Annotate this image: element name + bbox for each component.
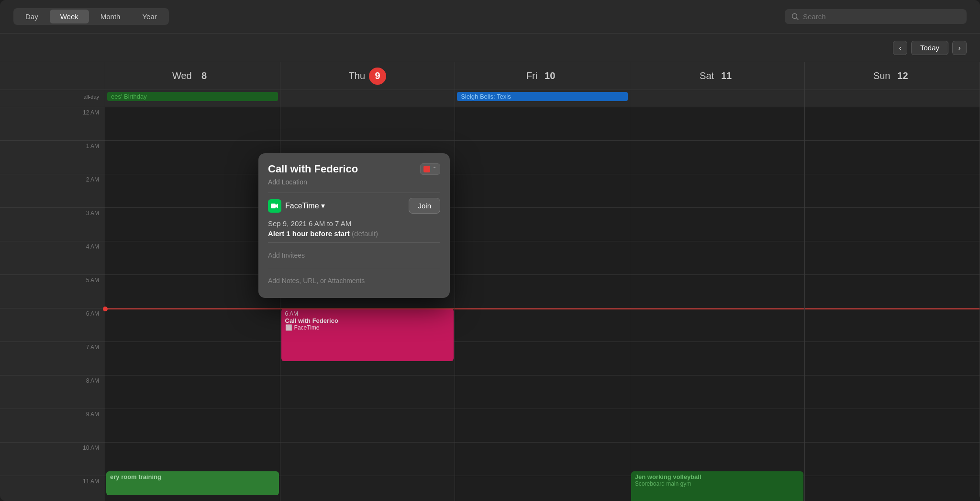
facetime-chevron-icon: ▾ xyxy=(321,201,325,210)
fri-label: Fri xyxy=(526,70,537,81)
view-tabs: Day Week Month Year xyxy=(13,8,169,25)
join-button[interactable]: Join xyxy=(409,198,440,214)
popup-header: Call with Federico ⌃ xyxy=(268,163,440,175)
thu-num: 9 xyxy=(369,68,386,85)
sat-label: Sat xyxy=(700,70,714,81)
today-button[interactable]: Today xyxy=(911,41,948,55)
current-time-sun xyxy=(805,308,980,309)
sun-label: Sun xyxy=(873,70,891,81)
birthday-event[interactable]: ees' Birthday xyxy=(107,92,278,101)
event-subtitle: ⬜ FaceTime xyxy=(285,324,450,331)
current-time-fri xyxy=(455,308,630,309)
time-6am: 6 AM xyxy=(0,308,105,342)
nav-bar: ‹ Today › xyxy=(0,34,980,62)
grid-fri xyxy=(455,107,630,501)
toolbar: Day Week Month Year xyxy=(0,0,980,34)
popup-divider-3 xyxy=(268,268,440,268)
svg-line-1 xyxy=(797,18,799,20)
tab-year[interactable]: Year xyxy=(132,10,167,23)
tab-day[interactable]: Day xyxy=(15,10,49,23)
allday-fri: Sleigh Bells: Texis xyxy=(455,90,630,107)
time-grid: 12 AM 1 AM 2 AM 3 AM 4 AM 5 AM 6 AM 7 AM… xyxy=(0,107,980,501)
popup-datetime: Sep 9, 2021 6 AM to 7 AM xyxy=(268,219,440,228)
volleyball-subtitle: Scoreboard main gym xyxy=(635,480,800,487)
event-popup: Call with Federico ⌃ Add Location FaceTi… xyxy=(258,153,450,298)
grid-sat: Jen working volleyball Scoreboard main g… xyxy=(630,107,805,501)
popup-color-button[interactable]: ⌃ xyxy=(420,163,440,175)
fri-num: 10 xyxy=(541,68,558,85)
allday-row: all-day ees' Birthday Sleigh Bells: Texi… xyxy=(0,90,980,107)
tab-month[interactable]: Month xyxy=(90,10,131,23)
popup-divider-1 xyxy=(268,193,440,193)
allday-label: all-day xyxy=(0,90,105,107)
popup-add-notes[interactable]: Add Notes, URL, or Attachments xyxy=(268,273,440,288)
time-1am: 1 AM xyxy=(0,141,105,174)
header-thu: Thu 9 xyxy=(280,62,456,90)
next-button[interactable]: › xyxy=(952,41,967,55)
volleyball-title: Jen working volleyball xyxy=(635,473,800,480)
prev-button[interactable]: ‹ xyxy=(893,41,907,55)
popup-location[interactable]: Add Location xyxy=(268,178,440,186)
facetime-icon xyxy=(268,199,281,213)
event-title: Call with Federico xyxy=(285,317,450,324)
allday-sat xyxy=(630,90,805,107)
header-sat: Sat 11 xyxy=(630,62,805,90)
popup-title: Call with Federico xyxy=(268,163,358,175)
popup-alert: Alert 1 hour before start (default) xyxy=(268,229,440,238)
header-spacer xyxy=(0,62,105,90)
time-3am: 3 AM xyxy=(0,208,105,241)
allday-thu xyxy=(280,90,456,107)
wed-num: 8 xyxy=(196,68,213,85)
header-sun: Sun 12 xyxy=(805,62,980,90)
time-9am: 9 AM xyxy=(0,409,105,443)
tab-week[interactable]: Week xyxy=(50,10,89,23)
event-time: 6 AM xyxy=(285,310,450,317)
popup-add-invitees[interactable]: Add Invitees xyxy=(268,248,440,263)
facetime-left: FaceTime ▾ xyxy=(268,199,325,213)
training-event[interactable]: ery room training xyxy=(106,471,279,495)
alert-text: Alert 1 hour before start xyxy=(268,229,350,238)
search-bar[interactable] xyxy=(785,9,967,24)
sleigh-bells-event[interactable]: Sleigh Bells: Texis xyxy=(457,92,628,101)
allday-sun xyxy=(805,90,980,107)
time-8am: 8 AM xyxy=(0,376,105,409)
facetime-label[interactable]: FaceTime ▾ xyxy=(285,201,325,210)
wed-label: Wed xyxy=(172,70,192,81)
grid-sun xyxy=(805,107,980,501)
popup-chevron-icon: ⌃ xyxy=(432,166,437,172)
time-2am: 2 AM xyxy=(0,174,105,208)
time-labels-col: 12 AM 1 AM 2 AM 3 AM 4 AM 5 AM 6 AM 7 AM… xyxy=(0,107,105,501)
alert-default: (default) xyxy=(352,229,378,238)
facetime-text: FaceTime xyxy=(285,202,319,210)
search-icon xyxy=(791,13,799,21)
grid-wed: ery room training xyxy=(105,107,280,501)
allday-wed: ees' Birthday xyxy=(105,90,280,107)
svg-rect-2 xyxy=(271,204,276,208)
call-federico-event[interactable]: 6 AM Call with Federico ⬜ FaceTime xyxy=(281,308,454,361)
volleyball-event[interactable]: Jen working volleyball Scoreboard main g… xyxy=(631,471,804,501)
thu-label: Thu xyxy=(349,70,365,81)
popup-color-dot xyxy=(423,166,430,172)
popup-facetime-row: FaceTime ▾ Join xyxy=(268,198,440,214)
header-fri: Fri 10 xyxy=(455,62,630,90)
time-4am: 4 AM xyxy=(0,241,105,275)
sat-num: 11 xyxy=(718,68,735,85)
current-time-thu xyxy=(280,308,455,309)
time-5am: 5 AM xyxy=(0,275,105,308)
time-10am: 10 AM xyxy=(0,443,105,476)
time-12am: 12 AM xyxy=(0,107,105,141)
time-11am: 11 AM xyxy=(0,476,105,501)
calendar-header: Wed 8 Thu 9 Fri 10 Sat 11 Sun 12 xyxy=(0,62,980,90)
training-title: ery room training xyxy=(110,473,275,480)
current-time-dot xyxy=(103,307,108,311)
current-time-indicator xyxy=(105,308,280,309)
search-input[interactable] xyxy=(803,12,960,21)
popup-divider-2 xyxy=(268,242,440,243)
current-time-sat xyxy=(630,308,805,309)
time-7am: 7 AM xyxy=(0,342,105,376)
header-wed: Wed 8 xyxy=(105,62,280,90)
sun-num: 12 xyxy=(894,68,911,85)
svg-marker-3 xyxy=(276,204,278,208)
